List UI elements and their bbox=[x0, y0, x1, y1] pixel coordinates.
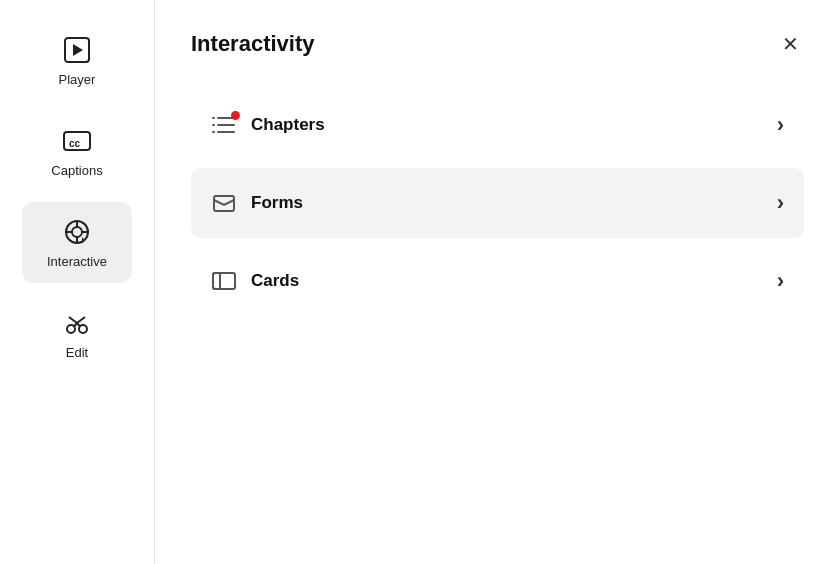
menu-item-forms[interactable]: Forms › bbox=[191, 168, 804, 238]
svg-line-15 bbox=[69, 317, 77, 323]
svg-text:cc: cc bbox=[69, 138, 81, 149]
cards-icon bbox=[211, 270, 237, 292]
chapters-badge bbox=[231, 111, 240, 120]
menu-item-cards[interactable]: Cards › bbox=[191, 246, 804, 316]
chapters-label: Chapters bbox=[251, 115, 325, 135]
edit-icon bbox=[61, 307, 93, 339]
svg-rect-24 bbox=[213, 273, 235, 289]
sidebar-item-label-interactive: Interactive bbox=[47, 254, 107, 269]
main-header: Interactivity ✕ bbox=[191, 30, 804, 58]
chapters-icon bbox=[211, 114, 237, 136]
svg-rect-25 bbox=[213, 273, 220, 289]
svg-marker-1 bbox=[73, 44, 83, 56]
interactive-icon bbox=[61, 216, 93, 248]
sidebar-item-label-captions: Captions bbox=[51, 163, 102, 178]
sidebar-item-edit[interactable]: Edit bbox=[22, 293, 132, 374]
forms-label: Forms bbox=[251, 193, 303, 213]
player-icon bbox=[61, 34, 93, 66]
chapters-chevron: › bbox=[777, 112, 784, 138]
sidebar: Player cc Captions Interactive bbox=[0, 0, 155, 564]
menu-item-left-chapters: Chapters bbox=[211, 114, 325, 136]
page-title: Interactivity bbox=[191, 31, 315, 57]
sidebar-item-label-edit: Edit bbox=[66, 345, 88, 360]
main-panel: Interactivity ✕ Chapte bbox=[155, 0, 840, 564]
svg-rect-23 bbox=[214, 196, 234, 211]
sidebar-item-player[interactable]: Player bbox=[22, 20, 132, 101]
close-icon: ✕ bbox=[782, 32, 799, 56]
svg-point-5 bbox=[72, 227, 82, 237]
forms-chevron: › bbox=[777, 190, 784, 216]
cards-chevron: › bbox=[777, 268, 784, 294]
sidebar-item-captions[interactable]: cc Captions bbox=[22, 111, 132, 192]
captions-icon: cc bbox=[61, 125, 93, 157]
svg-line-16 bbox=[77, 317, 85, 323]
forms-icon bbox=[211, 192, 237, 214]
close-button[interactable]: ✕ bbox=[776, 30, 804, 58]
sidebar-item-interactive[interactable]: Interactive bbox=[22, 202, 132, 283]
cards-label: Cards bbox=[251, 271, 299, 291]
menu-item-chapters[interactable]: Chapters › bbox=[191, 90, 804, 160]
menu-list: Chapters › Forms › bbox=[191, 90, 804, 324]
svg-marker-10 bbox=[82, 237, 85, 243]
menu-item-left-cards: Cards bbox=[211, 270, 299, 292]
menu-item-left-forms: Forms bbox=[211, 192, 303, 214]
sidebar-item-label-player: Player bbox=[59, 72, 96, 87]
